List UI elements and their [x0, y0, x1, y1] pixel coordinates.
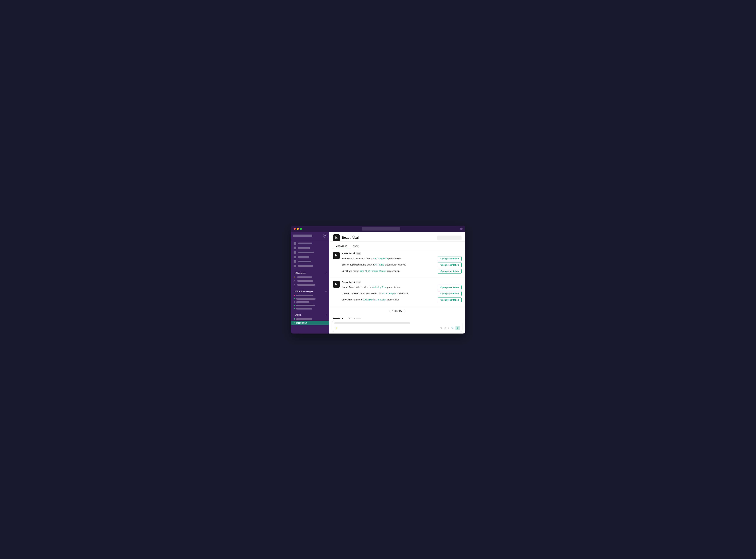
message-input[interactable] — [335, 322, 410, 324]
minimize-button[interactable] — [297, 228, 299, 230]
attachment-icon[interactable]: 📎 — [451, 327, 454, 329]
open-presentation-btn-2-1[interactable]: Open presentation — [438, 285, 461, 290]
sidebar-channel-2[interactable]: # — [291, 279, 329, 283]
dm-name-2 — [296, 298, 316, 299]
mention-icon[interactable]: @ — [444, 327, 446, 329]
open-presentation-btn-1-1[interactable]: Open presentation — [438, 256, 461, 261]
channel-name-2 — [297, 280, 313, 282]
traffic-lights — [294, 228, 302, 230]
msg-text-1-3: Lily Shaw edited slide #2 of Product Rev… — [342, 269, 400, 273]
add-dm-icon[interactable]: + — [325, 290, 327, 293]
open-presentation-btn-2-3[interactable]: Open presentation — [438, 297, 461, 303]
sidebar-item-layers[interactable] — [291, 264, 329, 268]
sidebar-item-mentions[interactable] — [291, 246, 329, 250]
msg-link-1-2[interactable]: All Hands — [374, 263, 384, 266]
channel-name-3 — [297, 284, 315, 286]
lightning-icon[interactable]: ⚡ — [335, 326, 338, 330]
input-toolbar: ⚡ Aa @ ☺ 📎 ▶ — [335, 326, 460, 330]
msg-link-2-2[interactable]: Project Report — [382, 292, 396, 295]
main-panel: b. Beautiful.ai Messages About — [329, 232, 465, 334]
message-input-area: ⚡ Aa @ ☺ 📎 ▶ — [329, 319, 465, 334]
sidebar-channel-3[interactable]: # — [291, 283, 329, 287]
app-name-1 — [296, 318, 312, 320]
header-search-bar[interactable] — [437, 236, 462, 240]
add-channel-icon[interactable]: + — [325, 272, 327, 275]
apps-header[interactable]: ▾ Apps + — [291, 312, 329, 317]
channels-header[interactable]: ▾ Channels + — [291, 271, 329, 275]
tabs: Messages About — [333, 243, 462, 249]
close-button[interactable] — [294, 228, 296, 230]
app-badge-2: APP — [356, 281, 361, 284]
msg-link-1-3[interactable]: slide #2 of Product Review — [360, 270, 386, 272]
saved-icon — [294, 255, 296, 259]
app-status-beautiful — [294, 322, 295, 323]
apps-nav-label — [298, 261, 311, 262]
dm-item-1[interactable] — [291, 294, 329, 297]
main-content: b. Beautiful.ai APP Tom Henks invited yo… — [329, 249, 465, 319]
message-group-1: b. Beautiful.ai APP Tom Henks invited yo… — [329, 249, 465, 278]
workspace-name[interactable] — [293, 234, 312, 237]
heart-status-1 — [294, 295, 295, 296]
add-app-icon[interactable]: + — [325, 313, 327, 316]
channels-chevron-icon: ▾ — [294, 272, 294, 274]
msg-avatar-letter-2: b. — [335, 283, 337, 286]
dm-header[interactable]: ▾ Direct Messages + — [291, 289, 329, 294]
dm-chevron-icon: ▾ — [294, 290, 294, 292]
channels-title-row: ▾ Channels — [294, 272, 306, 274]
app-identity: b. Beautiful.ai — [333, 234, 359, 241]
titlebar-search — [302, 227, 460, 230]
msg-author-2-1: Harsh Patel — [342, 286, 354, 288]
sidebar-item-apps-nav[interactable] — [291, 259, 329, 264]
status-hollow-3 — [294, 301, 295, 303]
msg-avatar-1: b. — [333, 252, 340, 259]
dm-title-row: ▾ Direct Messages — [294, 290, 313, 293]
font-icon[interactable]: Aa — [440, 327, 442, 329]
app-name-heading: Beautiful.ai — [342, 236, 359, 240]
msg-author-2-3: Lily Shaw — [342, 298, 352, 301]
dm-item-3[interactable] — [291, 300, 329, 304]
sidebar-item-saved[interactable] — [291, 255, 329, 259]
home-icon — [294, 242, 296, 245]
titlebar — [291, 226, 465, 232]
input-box: ⚡ Aa @ ☺ 📎 ▶ — [332, 321, 462, 332]
status-dot-4 — [294, 305, 295, 306]
sidebar-nav — [291, 240, 329, 270]
home-label — [298, 243, 312, 244]
msg-text-1-1: Tom Henks invited you to edit Marketing … — [342, 257, 401, 260]
maximize-button[interactable] — [300, 228, 302, 230]
apps-item-beautiful-ai[interactable]: Beautiful.ai — [291, 321, 329, 325]
dm-name-4 — [296, 305, 315, 306]
grid-icon — [294, 260, 296, 263]
tab-about[interactable]: About — [350, 243, 362, 249]
msg-avatar-letter-1: b. — [335, 254, 337, 257]
apps-item-1[interactable] — [291, 317, 329, 321]
titlebar-search-bar[interactable] — [362, 227, 400, 230]
status-dot-2 — [294, 298, 295, 299]
app-logo-letter: b. — [335, 236, 338, 240]
msg-line-1-2: claire.532@beautiful.ai shared All Hands… — [342, 263, 462, 267]
sidebar-item-home[interactable] — [291, 241, 329, 246]
emoji-icon[interactable]: ☺ — [448, 327, 450, 329]
open-presentation-btn-1-3[interactable]: Open presentation — [438, 269, 461, 274]
tab-messages[interactable]: Messages — [333, 243, 350, 249]
sidebar-channel-lock[interactable]: 🔒 — [291, 275, 329, 279]
channels-section: ▾ Channels + 🔒 # # — [291, 270, 329, 288]
msg-link-1-1[interactable]: Marketing Plan — [373, 257, 388, 260]
dm-item-5[interactable] — [291, 307, 329, 310]
msg-link-2-1[interactable]: Marketing Plan — [371, 286, 387, 288]
msg-link-2-3[interactable]: Social Media Campaign — [362, 298, 386, 301]
msg-sender-name-1: Beautiful.ai — [342, 252, 355, 255]
send-button[interactable]: ▶ — [456, 326, 460, 330]
dm-item-2[interactable] — [291, 297, 329, 300]
open-presentation-btn-1-2[interactable]: Open presentation — [438, 263, 461, 267]
apps-section: ▾ Apps + Beautiful.ai — [291, 311, 329, 326]
app-status-1 — [294, 318, 295, 320]
sidebar: ✏ — [291, 232, 329, 334]
compose-icon[interactable]: ✏ — [323, 234, 327, 238]
app-logo: b. — [333, 234, 340, 241]
open-presentation-btn-2-2[interactable]: Open presentation — [438, 291, 461, 296]
msg-line-2-3: Lily Shaw renamed Social Media Campaign … — [342, 297, 462, 303]
sidebar-item-bookmarks[interactable] — [291, 250, 329, 255]
dm-item-4[interactable] — [291, 304, 329, 307]
dm-title: Direct Messages — [296, 290, 313, 293]
